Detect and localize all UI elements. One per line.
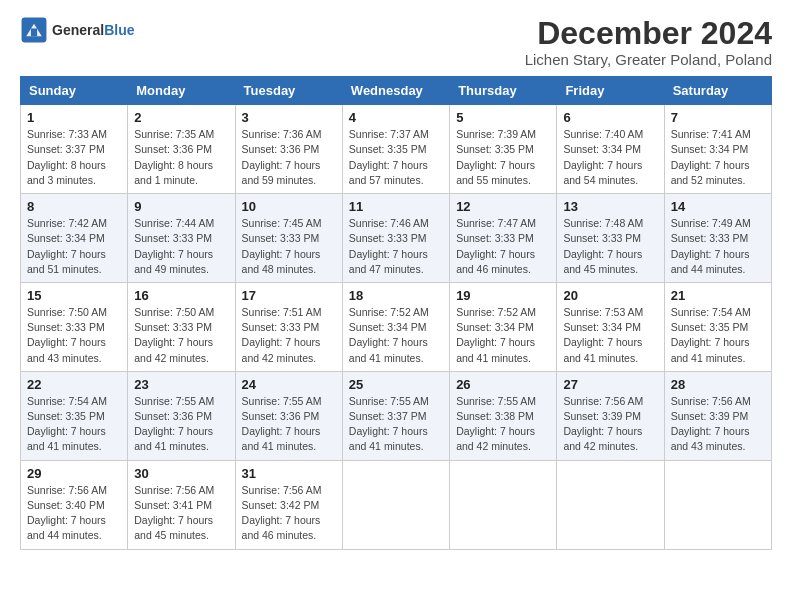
day-number: 17: [242, 288, 336, 303]
day-number: 10: [242, 199, 336, 214]
calendar-cell: 6Sunrise: 7:40 AMSunset: 3:34 PMDaylight…: [557, 105, 664, 194]
calendar-cell: 20Sunrise: 7:53 AMSunset: 3:34 PMDayligh…: [557, 282, 664, 371]
week-row-1: 1Sunrise: 7:33 AMSunset: 3:37 PMDaylight…: [21, 105, 772, 194]
day-number: 18: [349, 288, 443, 303]
calendar-cell: 26Sunrise: 7:55 AMSunset: 3:38 PMDayligh…: [450, 371, 557, 460]
day-number: 11: [349, 199, 443, 214]
calendar-cell: 2Sunrise: 7:35 AMSunset: 3:36 PMDaylight…: [128, 105, 235, 194]
calendar-cell: 9Sunrise: 7:44 AMSunset: 3:33 PMDaylight…: [128, 194, 235, 283]
calendar-cell: 23Sunrise: 7:55 AMSunset: 3:36 PMDayligh…: [128, 371, 235, 460]
day-number: 4: [349, 110, 443, 125]
day-info: Sunrise: 7:54 AMSunset: 3:35 PMDaylight:…: [671, 305, 765, 366]
day-info: Sunrise: 7:56 AMSunset: 3:39 PMDaylight:…: [563, 394, 657, 455]
page-header: GeneralBlue December 2024 Lichen Stary, …: [20, 16, 772, 68]
day-number: 2: [134, 110, 228, 125]
day-number: 5: [456, 110, 550, 125]
header-friday: Friday: [557, 77, 664, 105]
header-row: SundayMondayTuesdayWednesdayThursdayFrid…: [21, 77, 772, 105]
calendar-cell: 17Sunrise: 7:51 AMSunset: 3:33 PMDayligh…: [235, 282, 342, 371]
calendar-cell: 21Sunrise: 7:54 AMSunset: 3:35 PMDayligh…: [664, 282, 771, 371]
header-wednesday: Wednesday: [342, 77, 449, 105]
calendar-cell: 25Sunrise: 7:55 AMSunset: 3:37 PMDayligh…: [342, 371, 449, 460]
calendar-cell: 28Sunrise: 7:56 AMSunset: 3:39 PMDayligh…: [664, 371, 771, 460]
day-info: Sunrise: 7:36 AMSunset: 3:36 PMDaylight:…: [242, 127, 336, 188]
calendar-table: SundayMondayTuesdayWednesdayThursdayFrid…: [20, 76, 772, 549]
svg-rect-2: [31, 28, 37, 36]
calendar-cell: 11Sunrise: 7:46 AMSunset: 3:33 PMDayligh…: [342, 194, 449, 283]
day-info: Sunrise: 7:51 AMSunset: 3:33 PMDaylight:…: [242, 305, 336, 366]
calendar-title: December 2024: [525, 16, 772, 51]
day-number: 30: [134, 466, 228, 481]
day-number: 9: [134, 199, 228, 214]
header-sunday: Sunday: [21, 77, 128, 105]
calendar-cell: 5Sunrise: 7:39 AMSunset: 3:35 PMDaylight…: [450, 105, 557, 194]
day-number: 19: [456, 288, 550, 303]
day-number: 15: [27, 288, 121, 303]
day-info: Sunrise: 7:56 AMSunset: 3:41 PMDaylight:…: [134, 483, 228, 544]
week-row-2: 8Sunrise: 7:42 AMSunset: 3:34 PMDaylight…: [21, 194, 772, 283]
day-number: 16: [134, 288, 228, 303]
day-info: Sunrise: 7:50 AMSunset: 3:33 PMDaylight:…: [134, 305, 228, 366]
logo-text: GeneralBlue: [52, 22, 134, 39]
day-number: 6: [563, 110, 657, 125]
day-info: Sunrise: 7:47 AMSunset: 3:33 PMDaylight:…: [456, 216, 550, 277]
calendar-cell: 22Sunrise: 7:54 AMSunset: 3:35 PMDayligh…: [21, 371, 128, 460]
week-row-3: 15Sunrise: 7:50 AMSunset: 3:33 PMDayligh…: [21, 282, 772, 371]
day-number: 22: [27, 377, 121, 392]
calendar-cell: [342, 460, 449, 549]
day-number: 28: [671, 377, 765, 392]
day-info: Sunrise: 7:55 AMSunset: 3:38 PMDaylight:…: [456, 394, 550, 455]
day-info: Sunrise: 7:56 AMSunset: 3:40 PMDaylight:…: [27, 483, 121, 544]
title-section: December 2024 Lichen Stary, Greater Pola…: [525, 16, 772, 68]
header-tuesday: Tuesday: [235, 77, 342, 105]
calendar-cell: 14Sunrise: 7:49 AMSunset: 3:33 PMDayligh…: [664, 194, 771, 283]
day-number: 21: [671, 288, 765, 303]
day-number: 20: [563, 288, 657, 303]
day-number: 13: [563, 199, 657, 214]
day-info: Sunrise: 7:52 AMSunset: 3:34 PMDaylight:…: [456, 305, 550, 366]
calendar-cell: 12Sunrise: 7:47 AMSunset: 3:33 PMDayligh…: [450, 194, 557, 283]
calendar-subtitle: Lichen Stary, Greater Poland, Poland: [525, 51, 772, 68]
calendar-cell: 3Sunrise: 7:36 AMSunset: 3:36 PMDaylight…: [235, 105, 342, 194]
day-info: Sunrise: 7:48 AMSunset: 3:33 PMDaylight:…: [563, 216, 657, 277]
day-number: 27: [563, 377, 657, 392]
day-info: Sunrise: 7:35 AMSunset: 3:36 PMDaylight:…: [134, 127, 228, 188]
day-info: Sunrise: 7:55 AMSunset: 3:36 PMDaylight:…: [134, 394, 228, 455]
day-info: Sunrise: 7:55 AMSunset: 3:37 PMDaylight:…: [349, 394, 443, 455]
day-number: 1: [27, 110, 121, 125]
calendar-cell: 13Sunrise: 7:48 AMSunset: 3:33 PMDayligh…: [557, 194, 664, 283]
logo: GeneralBlue: [20, 16, 134, 44]
day-number: 25: [349, 377, 443, 392]
calendar-cell: 30Sunrise: 7:56 AMSunset: 3:41 PMDayligh…: [128, 460, 235, 549]
calendar-cell: 7Sunrise: 7:41 AMSunset: 3:34 PMDaylight…: [664, 105, 771, 194]
day-info: Sunrise: 7:56 AMSunset: 3:42 PMDaylight:…: [242, 483, 336, 544]
calendar-cell: 18Sunrise: 7:52 AMSunset: 3:34 PMDayligh…: [342, 282, 449, 371]
header-thursday: Thursday: [450, 77, 557, 105]
day-info: Sunrise: 7:50 AMSunset: 3:33 PMDaylight:…: [27, 305, 121, 366]
header-monday: Monday: [128, 77, 235, 105]
day-info: Sunrise: 7:37 AMSunset: 3:35 PMDaylight:…: [349, 127, 443, 188]
day-number: 8: [27, 199, 121, 214]
week-row-4: 22Sunrise: 7:54 AMSunset: 3:35 PMDayligh…: [21, 371, 772, 460]
day-info: Sunrise: 7:53 AMSunset: 3:34 PMDaylight:…: [563, 305, 657, 366]
day-info: Sunrise: 7:55 AMSunset: 3:36 PMDaylight:…: [242, 394, 336, 455]
day-info: Sunrise: 7:41 AMSunset: 3:34 PMDaylight:…: [671, 127, 765, 188]
calendar-cell: [664, 460, 771, 549]
calendar-cell: [450, 460, 557, 549]
day-info: Sunrise: 7:46 AMSunset: 3:33 PMDaylight:…: [349, 216, 443, 277]
calendar-cell: 16Sunrise: 7:50 AMSunset: 3:33 PMDayligh…: [128, 282, 235, 371]
header-saturday: Saturday: [664, 77, 771, 105]
day-info: Sunrise: 7:42 AMSunset: 3:34 PMDaylight:…: [27, 216, 121, 277]
calendar-cell: 15Sunrise: 7:50 AMSunset: 3:33 PMDayligh…: [21, 282, 128, 371]
day-number: 23: [134, 377, 228, 392]
calendar-cell: 4Sunrise: 7:37 AMSunset: 3:35 PMDaylight…: [342, 105, 449, 194]
logo-icon: [20, 16, 48, 44]
day-info: Sunrise: 7:33 AMSunset: 3:37 PMDaylight:…: [27, 127, 121, 188]
calendar-cell: 1Sunrise: 7:33 AMSunset: 3:37 PMDaylight…: [21, 105, 128, 194]
day-number: 7: [671, 110, 765, 125]
day-number: 24: [242, 377, 336, 392]
day-info: Sunrise: 7:39 AMSunset: 3:35 PMDaylight:…: [456, 127, 550, 188]
day-info: Sunrise: 7:56 AMSunset: 3:39 PMDaylight:…: [671, 394, 765, 455]
calendar-cell: 24Sunrise: 7:55 AMSunset: 3:36 PMDayligh…: [235, 371, 342, 460]
day-number: 26: [456, 377, 550, 392]
